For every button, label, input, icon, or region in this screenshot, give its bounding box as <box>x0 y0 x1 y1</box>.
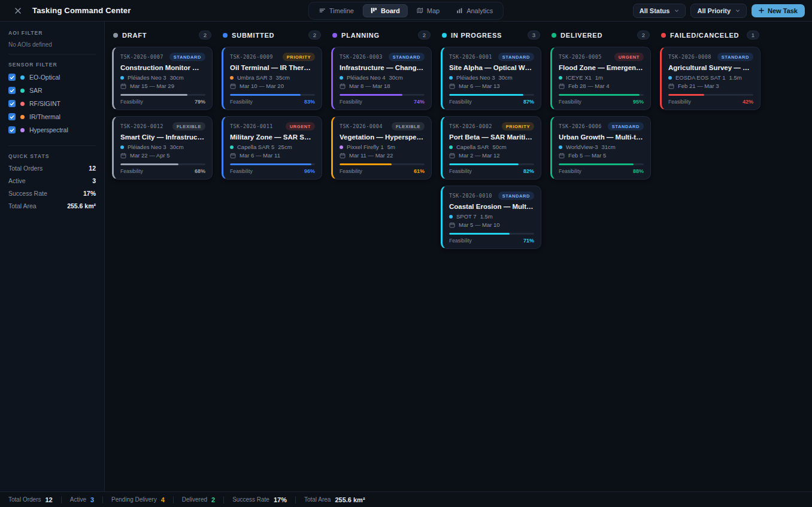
priority-filter-dropdown[interactable]: All Priority <box>690 4 747 18</box>
feasibility-row: Feasibility 88% <box>559 168 644 174</box>
page-title: Tasking Command Center <box>32 6 131 15</box>
date-range: Mar 2 — Mar 12 <box>459 152 500 159</box>
sensor-filter-rf-sigint[interactable]: RF/SIGINT <box>8 100 96 107</box>
feasibility-value: 88% <box>633 168 644 174</box>
sensor-dot <box>449 215 453 218</box>
priority-badge: STANDARD <box>389 53 425 61</box>
card-header: TSK-2026-0009 PRIORITY <box>230 53 315 61</box>
feasibility-bar <box>559 163 644 165</box>
feasibility-row: Feasibility 82% <box>449 168 534 174</box>
card-header: TSK-2026-0001 STANDARD <box>449 53 534 61</box>
sensor-color-dot <box>20 75 25 80</box>
task-card[interactable]: TSK-2026-0003 STANDARD Infrastructure — … <box>331 47 432 110</box>
new-task-button[interactable]: New Task <box>752 4 805 17</box>
checkbox-checked-icon[interactable] <box>8 126 16 133</box>
resolution: 25cm <box>278 144 292 150</box>
feasibility-label: Feasibility <box>230 99 253 105</box>
checkbox-checked-icon[interactable] <box>8 113 16 120</box>
feasibility-value: 68% <box>195 168 205 174</box>
task-card[interactable]: TSK-2026-0004 FLEXIBLE Vegetation — Hype… <box>331 116 432 180</box>
feasibility-bar <box>449 163 534 165</box>
date-range: Mar 10 — Mar 20 <box>240 83 284 89</box>
sensor-dot <box>230 145 234 149</box>
task-card[interactable]: TSK-2026-0007 STANDARD Construction Moni… <box>112 47 213 110</box>
sensor-filter-ir-thermal[interactable]: IR/Thermal <box>8 113 96 120</box>
column-status-dot <box>442 33 447 38</box>
sensor-label: SAR <box>29 87 43 94</box>
sensor-dot <box>120 76 124 80</box>
board-icon <box>371 7 377 14</box>
checkbox-checked-icon[interactable] <box>8 87 16 94</box>
sensor-row: Capella SAR 50cm <box>449 144 534 150</box>
date-row: Mar 8 — Mar 18 <box>340 83 425 89</box>
task-card[interactable]: TSK-2026-0011 URGENT Military Zone — SAR… <box>222 116 322 180</box>
sensor-filter-section: SENSOR FILTER EO-Optical SAR RF/SIGINT <box>8 54 96 145</box>
column-count-badge: 2 <box>637 31 650 40</box>
statusbar-label: Pending Delivery <box>111 496 157 503</box>
sensor-dot <box>559 145 562 149</box>
task-card[interactable]: TSK-2026-0009 PRIORITY Oil Terminal — IR… <box>222 47 322 110</box>
statusbar-value: 17% <box>274 496 287 503</box>
task-card[interactable]: TSK-2026-0010 STANDARD Coastal Erosion —… <box>441 186 541 249</box>
feasibility-bar-fill <box>449 163 519 165</box>
feasibility-label: Feasibility <box>340 99 362 105</box>
task-card[interactable]: TSK-2026-0002 PRIORITY Port Beta — SAR M… <box>441 116 541 180</box>
card-header: TSK-2026-0004 FLEXIBLE <box>340 122 425 130</box>
timeline-icon <box>319 7 326 14</box>
sensor-filter-heading: SENSOR FILTER <box>8 62 96 68</box>
task-card[interactable]: TSK-2026-0012 FLEXIBLE Smart City — Infr… <box>112 116 213 180</box>
task-title: Vegetation — Hyperspectra… <box>340 133 425 141</box>
tab-board[interactable]: Board <box>363 4 408 17</box>
checkbox-checked-icon[interactable] <box>8 100 16 107</box>
card-header: TSK-2026-0007 STANDARD <box>120 53 205 61</box>
statusbar-value: 2 <box>211 496 215 503</box>
task-card[interactable]: TSK-2026-0005 URGENT Flood Zone — Emerge… <box>550 47 651 110</box>
statusbar-label: Active <box>70 496 86 503</box>
feasibility-bar-fill <box>449 233 510 235</box>
tab-timeline[interactable]: Timeline <box>311 4 362 17</box>
feasibility-bar <box>668 94 753 96</box>
main-area: AOI FILTER No AOIs defined SENSOR FILTER… <box>0 22 812 491</box>
column-count-badge: 2 <box>308 31 321 40</box>
divider <box>61 496 62 503</box>
task-title: Coastal Erosion — Multi-se… <box>449 203 534 210</box>
sensor-filter-eo-optical[interactable]: EO-Optical <box>8 74 96 81</box>
column-status-dot <box>332 33 337 38</box>
feasibility-bar-fill <box>340 94 402 96</box>
column-title: DRAFT <box>122 32 147 39</box>
date-row: Mar 2 — Mar 12 <box>449 152 534 159</box>
task-card[interactable]: TSK-2026-0001 STANDARD Site Alpha — Opti… <box>441 47 541 110</box>
card-header: TSK-2026-0002 PRIORITY <box>449 122 534 130</box>
task-title: Construction Monitor — Draft <box>120 64 205 71</box>
feasibility-row: Feasibility 96% <box>230 168 315 174</box>
resolution: 30cm <box>498 74 512 81</box>
card-list: TSK-2026-0005 URGENT Flood Zone — Emerge… <box>550 47 651 180</box>
task-card[interactable]: TSK-2026-0006 STANDARD Urban Growth — Mu… <box>550 116 651 180</box>
status-filter-dropdown[interactable]: All Status <box>633 4 686 18</box>
task-id: TSK-2026-0007 <box>120 54 163 60</box>
priority-badge: FLEXIBLE <box>172 122 205 130</box>
feasibility-label: Feasibility <box>559 99 581 105</box>
feasibility-row: Feasibility 83% <box>230 99 315 105</box>
checkbox-checked-icon[interactable] <box>8 74 16 81</box>
tab-analytics[interactable]: Analytics <box>449 4 501 17</box>
sensor-filter-sar[interactable]: SAR <box>8 87 96 94</box>
stat-label: Success Rate <box>8 190 47 197</box>
sensor-row: Pléiades Neo 4 30cm <box>340 74 425 81</box>
sensor-filter-hyperspectral[interactable]: Hyperspectral <box>8 126 96 133</box>
statusbar-label: Success Rate <box>232 496 269 503</box>
stat-label: Active <box>8 177 26 184</box>
column-title: PLANNING <box>341 32 380 39</box>
task-title: Military Zone — SAR Spotlight <box>230 133 315 141</box>
task-id: TSK-2026-0012 <box>120 123 163 129</box>
stat-active: Active 3 <box>8 177 96 184</box>
card-header: TSK-2026-0003 STANDARD <box>340 53 425 61</box>
card-header: TSK-2026-0011 URGENT <box>230 122 315 130</box>
feasibility-value: 83% <box>304 99 315 105</box>
column-status-dot <box>552 33 556 38</box>
tab-map[interactable]: Map <box>409 4 447 17</box>
close-icon[interactable] <box>12 5 24 17</box>
date-range: Mar 6 — Mar 11 <box>240 152 280 159</box>
task-card[interactable]: TSK-2026-0008 STANDARD Agricultural Surv… <box>660 47 761 110</box>
priority-badge: STANDARD <box>498 192 534 200</box>
